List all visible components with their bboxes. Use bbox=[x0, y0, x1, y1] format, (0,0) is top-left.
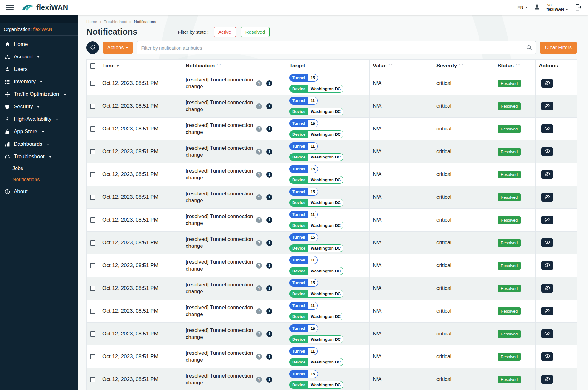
device-pill[interactable]: DeviceWashington DC bbox=[289, 130, 343, 138]
mute-notification-button[interactable] bbox=[541, 307, 553, 315]
brand-logo[interactable]: flexiWAN bbox=[22, 3, 68, 12]
sidebar-item-notifications[interactable]: Notifications bbox=[0, 174, 78, 185]
row-checkbox[interactable] bbox=[90, 377, 95, 382]
mute-notification-button[interactable] bbox=[541, 238, 553, 247]
column-header-status[interactable]: Status▲▼ bbox=[494, 60, 536, 72]
notification-count-badge[interactable]: 1 bbox=[266, 149, 272, 155]
notification-count-badge[interactable]: 1 bbox=[266, 217, 272, 223]
notification-count-badge[interactable]: 1 bbox=[266, 263, 272, 269]
notification-count-badge[interactable]: 1 bbox=[266, 126, 272, 132]
row-checkbox[interactable] bbox=[90, 126, 95, 132]
mute-notification-button[interactable] bbox=[541, 147, 553, 156]
mute-notification-button[interactable] bbox=[541, 284, 553, 293]
help-icon[interactable]: ? bbox=[256, 103, 262, 109]
device-pill[interactable]: DeviceWashington DC bbox=[289, 85, 343, 93]
device-pill[interactable]: DeviceWashington DC bbox=[289, 222, 343, 229]
help-icon[interactable]: ? bbox=[256, 80, 262, 86]
mute-notification-button[interactable] bbox=[541, 193, 553, 202]
notification-count-badge[interactable]: 1 bbox=[266, 308, 272, 314]
help-icon[interactable]: ? bbox=[256, 285, 262, 291]
device-pill[interactable]: DeviceWashington DC bbox=[289, 335, 343, 343]
row-checkbox[interactable] bbox=[90, 309, 95, 314]
filter-resolved-button[interactable]: Resolved bbox=[241, 27, 270, 37]
mute-notification-button[interactable] bbox=[541, 124, 553, 133]
row-checkbox[interactable] bbox=[90, 217, 95, 223]
tunnel-pill[interactable]: Tunnel11 bbox=[289, 256, 318, 264]
device-pill[interactable]: DeviceWashington DC bbox=[289, 199, 343, 207]
help-icon[interactable]: ? bbox=[256, 263, 262, 269]
sidebar-item-about[interactable]: About bbox=[0, 185, 78, 198]
menu-hamburger-icon[interactable] bbox=[6, 5, 14, 10]
notification-count-badge[interactable]: 1 bbox=[266, 285, 272, 291]
sidebar-item-high-availability[interactable]: High-Availability bbox=[0, 113, 78, 125]
tunnel-pill[interactable]: Tunnel15 bbox=[289, 165, 318, 173]
select-all-checkbox[interactable] bbox=[90, 63, 95, 69]
notification-count-badge[interactable]: 1 bbox=[266, 103, 272, 109]
row-checkbox[interactable] bbox=[90, 286, 95, 291]
tunnel-pill[interactable]: Tunnel11 bbox=[289, 142, 318, 150]
tunnel-pill[interactable]: Tunnel15 bbox=[289, 233, 318, 241]
clear-filters-button[interactable]: Clear Filters bbox=[540, 42, 577, 54]
mute-notification-button[interactable] bbox=[541, 170, 553, 179]
filter-active-button[interactable]: Active bbox=[214, 27, 236, 37]
mute-notification-button[interactable] bbox=[541, 261, 553, 270]
row-checkbox[interactable] bbox=[90, 81, 95, 86]
actions-dropdown-button[interactable]: Actions bbox=[103, 42, 133, 54]
sidebar-item-traffic-optimization[interactable]: Traffic Optimization bbox=[0, 88, 78, 100]
notification-count-badge[interactable]: 1 bbox=[266, 172, 272, 178]
sidebar-item-troubleshoot[interactable]: Troubleshoot bbox=[0, 150, 78, 163]
help-icon[interactable]: ? bbox=[256, 149, 262, 155]
mute-notification-button[interactable] bbox=[541, 352, 553, 361]
device-pill[interactable]: DeviceWashington DC bbox=[289, 176, 343, 184]
help-icon[interactable]: ? bbox=[256, 194, 262, 200]
sidebar-item-jobs[interactable]: Jobs bbox=[0, 163, 78, 174]
mute-notification-button[interactable] bbox=[541, 329, 553, 338]
tunnel-pill[interactable]: Tunnel11 bbox=[289, 347, 318, 355]
row-checkbox[interactable] bbox=[90, 354, 95, 359]
mute-notification-button[interactable] bbox=[541, 79, 553, 88]
row-checkbox[interactable] bbox=[90, 195, 95, 200]
tunnel-pill[interactable]: Tunnel15 bbox=[289, 188, 318, 196]
tunnel-pill[interactable]: Tunnel11 bbox=[289, 97, 318, 105]
breadcrumb-home[interactable]: Home bbox=[86, 19, 97, 24]
notification-count-badge[interactable]: 1 bbox=[266, 240, 272, 246]
sidebar-item-security[interactable]: Security bbox=[0, 100, 78, 113]
device-pill[interactable]: DeviceWashington DC bbox=[289, 267, 343, 275]
mute-notification-button[interactable] bbox=[541, 375, 553, 384]
device-pill[interactable]: DeviceWashington DC bbox=[289, 313, 343, 320]
help-icon[interactable]: ? bbox=[256, 172, 262, 178]
breadcrumb-troubleshoot[interactable]: Troubleshoot bbox=[104, 19, 127, 24]
sidebar-item-app-store[interactable]: App Store bbox=[0, 125, 78, 138]
device-pill[interactable]: DeviceWashington DC bbox=[289, 381, 343, 389]
tunnel-pill[interactable]: Tunnel15 bbox=[289, 279, 318, 287]
tunnel-pill[interactable]: Tunnel15 bbox=[289, 74, 318, 82]
mute-notification-button[interactable] bbox=[541, 102, 553, 110]
help-icon[interactable]: ? bbox=[256, 354, 262, 360]
logout-button[interactable] bbox=[574, 3, 582, 12]
tunnel-pill[interactable]: Tunnel15 bbox=[289, 370, 318, 378]
row-checkbox[interactable] bbox=[90, 172, 95, 177]
language-selector[interactable]: EN bbox=[517, 5, 527, 10]
help-icon[interactable]: ? bbox=[256, 331, 262, 337]
mute-notification-button[interactable] bbox=[541, 216, 553, 224]
row-checkbox[interactable] bbox=[90, 104, 95, 109]
device-pill[interactable]: DeviceWashington DC bbox=[289, 244, 343, 252]
column-header-notification[interactable]: Notification▲▼ bbox=[182, 60, 286, 72]
help-icon[interactable]: ? bbox=[256, 126, 262, 132]
sidebar-item-dashboards[interactable]: Dashboards bbox=[0, 138, 78, 150]
sidebar-item-users[interactable]: Users bbox=[0, 63, 78, 76]
sidebar-item-account[interactable]: Account bbox=[0, 51, 78, 63]
notification-count-badge[interactable]: 1 bbox=[266, 331, 272, 337]
refresh-button[interactable] bbox=[86, 41, 99, 54]
notification-count-badge[interactable]: 1 bbox=[266, 80, 272, 86]
device-pill[interactable]: DeviceWashington DC bbox=[289, 290, 343, 298]
row-checkbox[interactable] bbox=[90, 149, 95, 154]
column-header-time[interactable]: Time▼ bbox=[99, 60, 182, 72]
tunnel-pill[interactable]: Tunnel15 bbox=[289, 324, 318, 332]
help-icon[interactable]: ? bbox=[256, 377, 262, 383]
user-menu[interactable]: Ivor flexiWAN bbox=[547, 3, 568, 12]
tunnel-pill[interactable]: Tunnel11 bbox=[289, 302, 318, 310]
search-icon[interactable] bbox=[526, 45, 532, 52]
column-header-value[interactable]: Value▲▼ bbox=[370, 60, 433, 72]
help-icon[interactable]: ? bbox=[256, 217, 262, 223]
